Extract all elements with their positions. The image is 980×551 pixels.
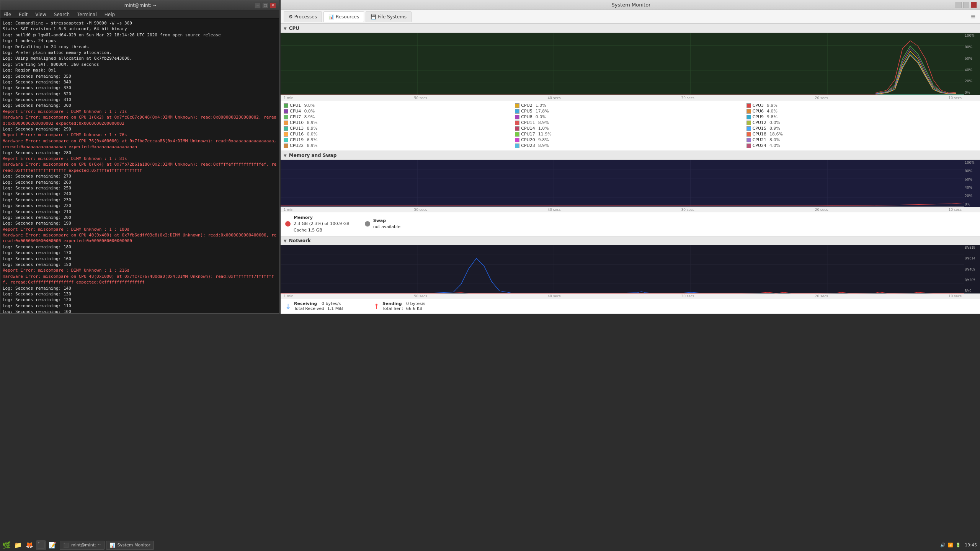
network-section-header[interactable]: ▼ Network bbox=[281, 236, 980, 245]
sysmon-titlebar: System Monitor bbox=[281, 0, 980, 10]
cpu-legend-item: CPU228.9% bbox=[284, 143, 514, 148]
cpu-section-title: CPU bbox=[289, 26, 299, 31]
terminal-line: Log: Prefer plain malloc memory allocati… bbox=[3, 50, 277, 55]
sysmon-menu-button[interactable]: ≡ bbox=[969, 13, 977, 21]
cpu-legend-item: CPU218.0% bbox=[746, 137, 977, 142]
cpu-name: CPU12 bbox=[753, 120, 766, 125]
terminal-controls: ─ □ ✕ bbox=[255, 2, 276, 8]
cpu-name: CPU10 bbox=[290, 120, 304, 125]
terminal-menubar: File Edit View Search Terminal Help bbox=[0, 10, 279, 19]
memory-section-arrow: ▼ bbox=[284, 153, 287, 158]
taskbar-left: 🌿 📁 🦊 ⬛ 📝 bbox=[0, 540, 59, 550]
minimize-button[interactable]: ─ bbox=[255, 2, 261, 8]
cpu-value: 9.9% bbox=[767, 103, 777, 108]
tab-resources[interactable]: 📊 Resources bbox=[323, 11, 364, 22]
cpu-name: CPU1 bbox=[290, 103, 301, 108]
terminal-title: mint@mint: ~ bbox=[26, 3, 255, 8]
terminal-line: Log: Commandline - stressapptest -M 9000… bbox=[3, 20, 277, 26]
cpu-name: CPU7 bbox=[290, 114, 301, 119]
cpu-section-arrow: ▼ bbox=[284, 26, 287, 31]
cpu-color-box bbox=[746, 115, 751, 119]
taskbar-files-icon[interactable]: 📁 bbox=[13, 540, 23, 550]
receiving-bytes: 0 bytes/s bbox=[322, 301, 341, 306]
sending-arrow-icon: ↑ bbox=[374, 302, 379, 310]
terminal-line: Log: Seconds remaining: 320 bbox=[3, 91, 277, 97]
terminal-line: Hardware Error: miscompare on CPU 8(0x4)… bbox=[3, 161, 277, 173]
menu-terminal[interactable]: Terminal bbox=[76, 11, 98, 18]
sysmon-toolbar: ⚙ Processes 📊 Resources 💾 File Systems ≡ bbox=[281, 10, 980, 24]
sysmon-close[interactable] bbox=[971, 2, 977, 8]
cpu-legend-item: CPU19.8% bbox=[284, 103, 514, 108]
terminal-line: Log: Seconds remaining: 170 bbox=[3, 250, 277, 256]
terminal-line: Log: Region mask: 0x1 bbox=[3, 67, 277, 73]
cpu-color-box bbox=[284, 121, 288, 125]
taskbar-network-icon[interactable]: 📶 bbox=[948, 543, 953, 548]
cpu-color-box bbox=[515, 121, 519, 125]
terminal-line: Log: Starting SAT, 90000M, 360 seconds bbox=[3, 62, 277, 67]
cpu-legend-item: CPU40.0% bbox=[284, 109, 514, 114]
cpu-color-box bbox=[746, 126, 751, 131]
menu-edit[interactable]: Edit bbox=[17, 11, 29, 18]
taskbar-terminal-icon[interactable]: ⬛ bbox=[36, 540, 46, 550]
sysmon-minimize[interactable] bbox=[956, 2, 962, 8]
cpu-section-header[interactable]: ▼ CPU bbox=[281, 24, 980, 33]
terminal-line: Log: Seconds remaining: 190 bbox=[3, 220, 277, 226]
resources-icon: 📊 bbox=[328, 14, 334, 20]
cpu-legend-item: CPU138.9% bbox=[284, 126, 514, 131]
close-button[interactable]: ✕ bbox=[270, 2, 276, 8]
cpu-name: CPU22 bbox=[290, 143, 304, 148]
taskbar: 🌿 📁 🦊 ⬛ 📝 ⬛ mint@mint: ~ 📊 System Monito… bbox=[0, 539, 980, 551]
tab-processes[interactable]: ⚙ Processes bbox=[284, 11, 322, 22]
cpu-legend-item: CPU118.9% bbox=[515, 120, 745, 125]
menu-help[interactable]: Help bbox=[103, 11, 116, 18]
memory-value: 2.3 GB (2.3%) of 100.9 GB bbox=[294, 221, 350, 227]
memory-legend: Memory 2.3 GB (2.3%) of 100.9 GB Cache 1… bbox=[281, 212, 980, 236]
taskbar-sound-icon[interactable]: 🔊 bbox=[940, 543, 946, 548]
cpu-name: CPU13 bbox=[290, 126, 304, 131]
cpu-color-box bbox=[746, 103, 751, 108]
cpu-value: 9.8% bbox=[304, 103, 315, 108]
terminal-content: Log: Commandline - stressapptest -M 9000… bbox=[0, 19, 279, 313]
maximize-button[interactable]: □ bbox=[262, 2, 268, 8]
menu-file[interactable]: File bbox=[2, 11, 13, 18]
cpu-legend-item: CPU244.0% bbox=[746, 143, 977, 148]
taskbar-sysmon-label: System Monitor bbox=[118, 543, 150, 548]
sending-legend-item: ↑ Sending 0 bytes/s Total Sent 66.6 KB bbox=[374, 301, 425, 311]
terminal-line: Log: Seconds remaining: 270 bbox=[3, 173, 277, 179]
cpu-color-box bbox=[515, 138, 519, 142]
taskbar-battery-icon[interactable]: 🔋 bbox=[956, 543, 961, 548]
cpu-legend-item: CPU158.9% bbox=[746, 126, 977, 131]
cpu-chart-wrapper: 100% 80% 60% 40% 20% 0% bbox=[281, 33, 980, 95]
tab-filesystems[interactable]: 💾 File Systems bbox=[366, 11, 412, 22]
taskbar-browser-icon[interactable]: 🦊 bbox=[24, 540, 34, 550]
menu-search[interactable]: Search bbox=[52, 11, 71, 18]
cpu-y-labels: 100% 80% 60% 40% 20% 0% bbox=[964, 33, 980, 95]
cpu-value: 8.9% bbox=[538, 120, 549, 125]
cpu-legend-item: CPU209.8% bbox=[515, 137, 745, 142]
cpu-name: CPU16 bbox=[290, 132, 304, 137]
taskbar-editor-icon[interactable]: 📝 bbox=[47, 540, 57, 550]
filesystems-icon: 💾 bbox=[371, 14, 376, 20]
sysmon-maximize[interactable] bbox=[963, 2, 969, 8]
cpu-legend-item: CPU141.0% bbox=[515, 126, 745, 131]
menu-view[interactable]: View bbox=[34, 11, 47, 18]
taskbar-terminal-window[interactable]: ⬛ mint@mint: ~ bbox=[60, 541, 105, 550]
network-section-arrow: ▼ bbox=[284, 239, 287, 243]
cpu-legend-item: CPU21.0% bbox=[515, 103, 745, 108]
taskbar-sysmon-window[interactable]: 📊 System Monitor bbox=[106, 541, 154, 550]
memory-section-header[interactable]: ▼ Memory and Swap bbox=[281, 151, 980, 160]
terminal-line: Report Error: miscompare : DIMM Unknown … bbox=[3, 109, 277, 114]
taskbar-start-icon[interactable]: 🌿 bbox=[2, 540, 11, 550]
memory-chart-svg bbox=[281, 160, 964, 207]
terminal-line: Log: Seconds remaining: 220 bbox=[3, 203, 277, 209]
cpu-legend-item: CPU517.8% bbox=[515, 109, 745, 114]
cpu-value: 0.0% bbox=[769, 120, 780, 125]
cpu-legend-item: CPU160.0% bbox=[284, 132, 514, 137]
receiving-total-value: 1.1 MiB bbox=[327, 306, 343, 311]
network-time-labels: 1 min 50 secs 40 secs 30 secs 20 secs 10… bbox=[281, 293, 980, 299]
cpu-legend-item: CPU99.8% bbox=[746, 114, 977, 119]
terminal-titlebar: mint@mint: ~ ─ □ ✕ bbox=[0, 0, 279, 10]
cpu-name: CPU23 bbox=[521, 143, 535, 148]
cpu-value: 4.0% bbox=[767, 109, 777, 114]
swap-label: Swap bbox=[373, 218, 400, 224]
